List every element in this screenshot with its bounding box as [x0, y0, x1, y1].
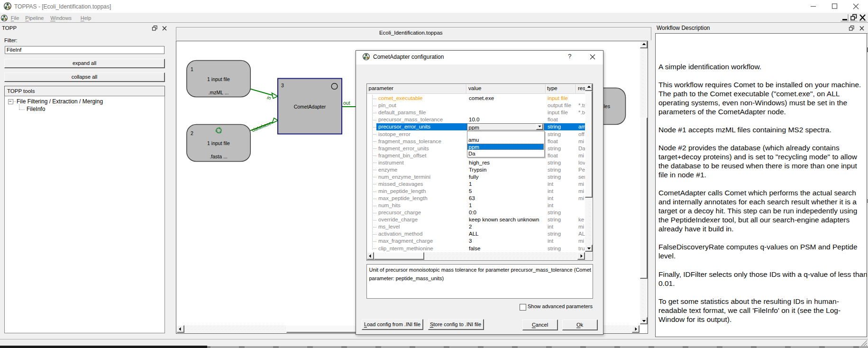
svg-text:database: database: [251, 119, 272, 132]
svg-text:2: 2: [191, 130, 193, 136]
svg-text:1: 1: [191, 66, 193, 72]
svg-text:out: out: [343, 100, 350, 106]
svg-text:1 input file: 1 input file: [207, 76, 230, 82]
svg-text:3: 3: [281, 82, 284, 88]
svg-text:CometAdapter: CometAdapter: [294, 104, 326, 110]
svg-text:.mzML ...: .mzML ...: [209, 90, 229, 95]
svg-text:in: in: [266, 94, 272, 101]
svg-text:.fasta ...: .fasta ...: [210, 154, 227, 159]
svg-text:les: les: [604, 103, 610, 109]
svg-text:1 input file: 1 input file: [207, 140, 230, 146]
